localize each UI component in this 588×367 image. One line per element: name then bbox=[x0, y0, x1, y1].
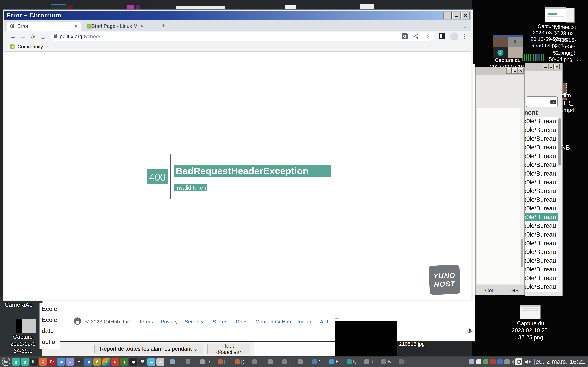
list-item[interactable]: Ecole bbox=[40, 314, 60, 325]
launcher-icon[interactable]: ◎ bbox=[84, 358, 92, 366]
profile-avatar[interactable] bbox=[450, 33, 458, 40]
editor-text-area[interactable] bbox=[477, 108, 521, 284]
launcher-icon[interactable]: ☁ bbox=[147, 358, 156, 366]
maximize-button[interactable] bbox=[452, 12, 460, 19]
menu-button[interactable]: lm bbox=[2, 358, 10, 366]
close-button[interactable]: ✕ bbox=[554, 64, 560, 69]
clear-search-icon[interactable]: x bbox=[550, 100, 556, 104]
search-result-row[interactable]: b0le/Bureau bbox=[525, 195, 558, 204]
search-result-row[interactable]: b0le/Bureau bbox=[525, 230, 558, 239]
desktop-icon-label[interactable]: film_TR_.mp4 bbox=[559, 92, 577, 114]
search-result-row[interactable]: b0le/Bureau bbox=[525, 178, 558, 187]
side-panel-icon[interactable] bbox=[439, 33, 445, 39]
search-result-row[interactable]: b0le/Bureau bbox=[525, 221, 558, 230]
github-logo-icon[interactable] bbox=[74, 317, 81, 325]
launcher-icon[interactable]: ✕ bbox=[156, 358, 164, 366]
bookmark-star-icon[interactable]: ☆ bbox=[424, 33, 430, 40]
task-button[interactable]: E... bbox=[329, 359, 343, 365]
translate-icon[interactable]: G bbox=[402, 33, 408, 40]
task-button[interactable]: fr bbox=[399, 359, 408, 365]
tab-start-page[interactable]: m Start Page - Linux Mi ✕ bbox=[84, 22, 151, 31]
footer-link-status[interactable]: Status bbox=[213, 319, 227, 325]
desktop-icon-label[interactable]: lychee.txt2023-02-07.16.16-2016-59-52.pn… bbox=[545, 24, 585, 62]
close-tab-icon[interactable]: ✕ bbox=[140, 24, 144, 29]
close-button[interactable]: ✕ bbox=[518, 68, 523, 73]
task-button[interactable]: 1... bbox=[312, 359, 325, 365]
desktop-icon-label[interactable]: Capture2022-12-134-39.p bbox=[6, 333, 40, 354]
share-icon[interactable] bbox=[413, 33, 419, 40]
search-result-row[interactable]: b0le/Bureau bbox=[525, 213, 558, 221]
back-icon[interactable]: ← bbox=[8, 33, 18, 40]
tray-icon[interactable] bbox=[476, 359, 481, 364]
launcher-icon[interactable]: ± bbox=[75, 358, 83, 366]
search-result-row[interactable]: b0le/Bureau bbox=[525, 204, 558, 213]
launcher-icon[interactable]: $_ bbox=[30, 358, 38, 366]
minimize-button[interactable] bbox=[543, 64, 548, 69]
task-button[interactable]: D... bbox=[200, 359, 214, 365]
task-button[interactable]: [... bbox=[282, 359, 294, 365]
task-button[interactable]: [... bbox=[252, 359, 264, 365]
desktop-icon-screenshot[interactable] bbox=[545, 7, 566, 22]
footer-link-privacy[interactable]: Privacy bbox=[161, 319, 178, 325]
search-titlebar[interactable]: ✕ bbox=[525, 63, 562, 71]
minimize-button[interactable] bbox=[507, 68, 512, 73]
launcher-icon[interactable]: ◉ bbox=[130, 358, 137, 366]
dropdown-list-panel[interactable]: EcoleEcoledateoptio bbox=[39, 303, 60, 349]
task-button[interactable]: B... bbox=[381, 359, 395, 365]
task-button[interactable]: ly... bbox=[347, 359, 360, 365]
footer-link-docs[interactable]: Docs bbox=[236, 319, 247, 325]
launcher-icon[interactable]: ▸ bbox=[111, 358, 119, 366]
clock[interactable]: jeu. 2 mars, 16:21 bbox=[534, 358, 586, 366]
tray-icon[interactable] bbox=[483, 359, 488, 364]
tab-error[interactable]: Error ✕ bbox=[7, 22, 81, 31]
launcher-icon[interactable]: /// bbox=[138, 358, 146, 366]
search-result-row[interactable]: b0le/Bureau bbox=[525, 239, 558, 248]
maximize-button[interactable] bbox=[512, 68, 517, 73]
search-result-row[interactable]: b0le/Bureau bbox=[525, 274, 558, 283]
search-result-row[interactable]: b0le/Bureau bbox=[525, 169, 558, 178]
bookmark-community[interactable]: Community bbox=[17, 44, 43, 50]
editor-titlebar[interactable]: ✕ bbox=[476, 67, 524, 75]
search-result-row[interactable]: b0le/Bureau bbox=[525, 134, 558, 143]
tray-icon[interactable] bbox=[504, 359, 510, 364]
forward-icon[interactable]: → bbox=[18, 33, 28, 40]
task-button[interactable]: [(... bbox=[235, 359, 248, 365]
launcher-icon[interactable]: ▯ bbox=[12, 358, 20, 366]
maximize-button[interactable] bbox=[549, 64, 554, 69]
close-tab-icon[interactable]: ✕ bbox=[74, 24, 78, 29]
desktop-icon-video-call-screenshot[interactable]: J bbox=[493, 35, 523, 58]
launcher-icon[interactable]: Fz bbox=[48, 358, 56, 366]
url-bar[interactable]: p0llux.org /lychee/ G ☆ bbox=[50, 32, 433, 41]
footer-link-pricing[interactable]: Pricing bbox=[295, 319, 311, 325]
nvidia-icon[interactable] bbox=[515, 358, 522, 365]
footer-link-contact[interactable]: Contact GitHub bbox=[256, 319, 291, 325]
task-button[interactable]: ... bbox=[268, 359, 278, 365]
search-result-row[interactable]: b0le/Bureau bbox=[525, 152, 558, 160]
launcher-icon[interactable]: ▮ bbox=[120, 358, 128, 366]
search-input[interactable]: x bbox=[526, 97, 558, 107]
search-result-row[interactable]: b0le/Bureau bbox=[525, 187, 558, 195]
tray-expand-icon[interactable] bbox=[511, 360, 514, 364]
desktop-icon-document[interactable] bbox=[566, 8, 575, 23]
launcher-icon[interactable]: ≡ bbox=[66, 358, 74, 366]
footer-link-api[interactable]: API bbox=[320, 319, 328, 325]
volume-icon[interactable] bbox=[524, 359, 531, 365]
search-result-row[interactable]: b0le/Bureau bbox=[525, 160, 558, 169]
new-tab-button[interactable]: + bbox=[162, 22, 166, 30]
tray-icon[interactable] bbox=[490, 359, 495, 364]
task-button[interactable]: [... bbox=[170, 359, 182, 365]
launcher-icon[interactable]: ∧ bbox=[102, 358, 110, 366]
menu-dots-icon[interactable]: ⋮ bbox=[460, 33, 468, 40]
report-alarms-button[interactable]: Report de toutes les alarmes pendant ⌄ bbox=[95, 344, 203, 354]
desktop-icon-label[interactable]: 210515.jpg bbox=[392, 341, 432, 347]
task-button[interactable]: [r... bbox=[218, 359, 231, 365]
launcher-icon[interactable]: S bbox=[93, 358, 101, 366]
tray-icon[interactable] bbox=[469, 359, 474, 364]
home-icon[interactable]: ⌂ bbox=[38, 33, 48, 40]
search-result-row[interactable]: b0le/Bureau bbox=[525, 248, 558, 256]
search-result-row[interactable]: b0le/Bureau bbox=[525, 117, 558, 125]
search-result-row[interactable]: b0le/Bureau bbox=[525, 125, 558, 134]
desktop-icon-photo[interactable] bbox=[16, 319, 36, 333]
list-item[interactable]: Ecole bbox=[40, 303, 60, 314]
tab-overflow-chevron[interactable]: ⌄ bbox=[463, 23, 467, 29]
